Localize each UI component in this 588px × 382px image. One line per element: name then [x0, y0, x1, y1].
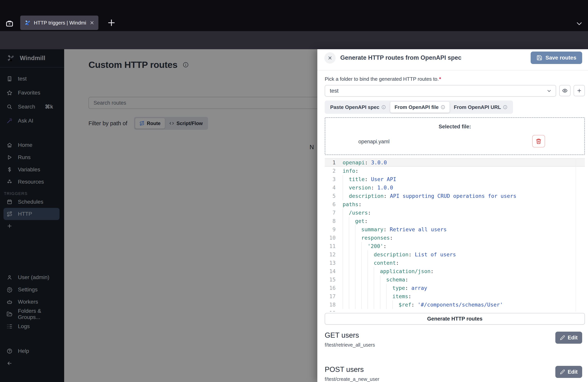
line-number: 4 [325, 183, 336, 192]
yaml-key: application/json [380, 268, 431, 274]
folder-picker-label: Pick a folder to bind the generated HTTP… [325, 76, 441, 82]
edit-label: Edit [568, 335, 578, 341]
code-line[interactable]: 2info: [325, 167, 585, 175]
edit-route-button[interactable]: Edit [555, 366, 582, 378]
browser-nav-bar: http://localhost:3000/routes?filter_path… [0, 31, 588, 49]
code-line[interactable]: 3title: User API [325, 175, 585, 183]
yaml-colon: : [365, 159, 368, 166]
indent-guides [343, 250, 372, 259]
code-text: openapi: 3.0.0 [343, 159, 387, 166]
yaml-key: info [343, 168, 355, 174]
yaml-key: title [349, 176, 365, 182]
delete-file-button[interactable] [532, 135, 545, 148]
yaml-key: description [349, 193, 384, 199]
indent-guides [343, 192, 347, 200]
code-text: info: [343, 168, 358, 174]
save-routes-button[interactable]: Save routes [531, 52, 582, 64]
code-line[interactable]: 13content: [325, 259, 585, 267]
code-line[interactable]: 15schema: [325, 276, 585, 284]
yaml-key: get [355, 218, 365, 224]
tab-close-icon[interactable] [89, 20, 94, 25]
close-drawer-button[interactable] [324, 52, 336, 64]
page-viewport: Windmill testFavoritesSearch⌘kAsk AI Hom… [0, 49, 588, 382]
source-tab-label: Paste OpenAPI spec [330, 104, 379, 110]
yaml-value: Retrieve all users [387, 226, 447, 233]
code-text: version: 1.0.0 [343, 185, 393, 191]
browser-tab[interactable]: HTTP triggers | Windmill [20, 16, 98, 30]
yaml-key: content [374, 260, 396, 266]
indent-guides [343, 292, 391, 300]
indent-guides [343, 209, 347, 217]
yaml-value: 3.0.0 [368, 159, 387, 166]
edit-label: Edit [568, 369, 578, 375]
code-line[interactable]: 5description: API supporting CRUD operat… [325, 192, 585, 200]
code-line[interactable]: 8get: [325, 217, 585, 225]
line-number: 12 [325, 250, 336, 259]
code-line[interactable]: 16type: array [325, 284, 585, 292]
indent-guides [343, 175, 347, 183]
close-icon [327, 55, 333, 61]
new-tab-button[interactable] [106, 18, 116, 28]
preview-folder-button[interactable] [559, 85, 570, 96]
code-line[interactable]: 14application/json: [325, 267, 585, 276]
source-tab-from-openapi-url[interactable]: From OpenAPI URL [450, 102, 512, 113]
yaml-colon: : [405, 276, 408, 283]
selected-file-heading: Selected file: [325, 124, 584, 130]
line-number: 5 [325, 192, 336, 200]
generate-http-routes-button[interactable]: Generate HTTP routes [325, 313, 585, 325]
pencil-icon [560, 335, 565, 340]
add-folder-button[interactable] [574, 85, 585, 96]
yaml-colon: : [355, 168, 358, 174]
browser-tab-strip: HTTP triggers | Windmill [0, 0, 588, 31]
line-number: 19 [325, 309, 336, 312]
line-number: 16 [325, 284, 336, 292]
tab-title: HTTP triggers | Windmill [34, 20, 86, 26]
firefox-view-icon[interactable] [5, 19, 14, 28]
code-line[interactable]: 19 [325, 309, 585, 312]
yaml-colon: : [384, 193, 387, 199]
info-icon [381, 105, 386, 109]
yaml-key: schema [386, 276, 405, 283]
indent-guides [343, 242, 366, 250]
route-title: POST users [325, 364, 585, 374]
code-line[interactable]: 7/users: [325, 209, 585, 217]
modal-overlay[interactable] [0, 49, 317, 382]
code-line[interactable]: 18$ref: '#/components/schemas/User' [325, 300, 585, 309]
line-number: 11 [325, 242, 336, 250]
line-number: 14 [325, 267, 336, 276]
edit-route-button[interactable]: Edit [555, 332, 582, 344]
plus-icon [577, 88, 582, 93]
source-tab-label: From OpenAPI file [395, 104, 439, 110]
code-text: paths: [343, 201, 362, 207]
openapi-code-editor[interactable]: 1openapi: 3.0.02info:3title: User API4ve… [325, 158, 585, 312]
yaml-colon: : [383, 226, 387, 233]
code-line[interactable]: 12description: List of users [325, 250, 585, 259]
code-line[interactable]: 10responses: [325, 233, 585, 242]
list-tabs-icon[interactable] [575, 20, 583, 28]
trash-icon [536, 138, 542, 144]
folder-select[interactable]: test [325, 85, 556, 97]
yaml-colon: : [431, 268, 434, 274]
line-number: 1 [325, 158, 336, 167]
yaml-key: version [349, 185, 371, 191]
code-line[interactable]: 9summary: Retrieve all users [325, 225, 585, 233]
yaml-value: 1.0.0 [374, 185, 393, 191]
code-line[interactable]: 6paths: [325, 200, 585, 209]
yaml-key: '200' [368, 243, 383, 249]
code-line[interactable]: 1openapi: 3.0.0 [325, 158, 585, 167]
drawer-header-divider [317, 70, 588, 70]
code-line[interactable]: 4version: 1.0.0 [325, 183, 585, 192]
windmill-favicon [24, 20, 31, 26]
code-line[interactable]: 11'200': [325, 242, 585, 250]
yaml-colon: : [409, 252, 412, 257]
code-line[interactable]: 17items: [325, 292, 585, 300]
line-number: 2 [325, 167, 336, 175]
yaml-colon: : [365, 176, 368, 182]
yaml-key: paths [343, 201, 358, 207]
line-number: 7 [325, 209, 336, 217]
source-tab-paste-openapi-spec[interactable]: Paste OpenAPI spec [326, 102, 390, 113]
yaml-key: responses [361, 235, 390, 241]
source-tab-from-openapi-file[interactable]: From OpenAPI file [390, 102, 450, 113]
indent-guides [343, 284, 391, 292]
generate-routes-drawer: Generate HTTP routes from OpenAPI spec S… [317, 49, 588, 382]
